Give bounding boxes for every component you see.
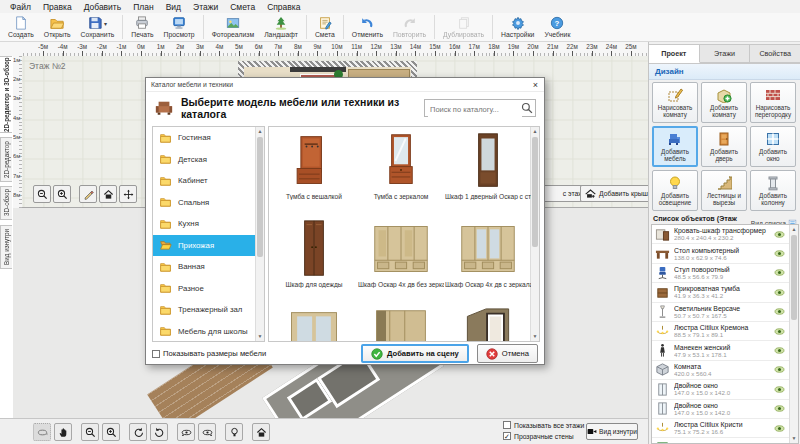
visibility-eye-icon[interactable] bbox=[774, 230, 785, 239]
object-row[interactable]: Кровать-шкаф трансформер280.4 x 240.4 x … bbox=[652, 225, 798, 244]
zoom-out-tool-button[interactable] bbox=[81, 423, 99, 441]
toolbar-button-tutorial[interactable]: ?Учебник bbox=[539, 14, 575, 41]
bulb-tool-button[interactable] bbox=[225, 423, 243, 441]
object-row[interactable]: Стул поворотный48.5 x 56.6 x 79.9 bbox=[652, 264, 798, 283]
category-item[interactable]: Разное bbox=[153, 278, 257, 300]
view-tab[interactable]: 2D-редактор bbox=[0, 137, 12, 182]
add-roof-button[interactable]: Добавить крышу bbox=[580, 185, 648, 202]
catalog-item[interactable]: Шкаф для одежды bbox=[271, 219, 357, 288]
object-row[interactable]: Манекен женский47.9 x 53.1 x 178.1 bbox=[652, 341, 798, 360]
toolbar-button-landscape[interactable]: Ландшафт bbox=[259, 14, 303, 41]
visibility-eye-icon[interactable] bbox=[774, 424, 785, 433]
scroll-down-arrow[interactable]: ▼ bbox=[531, 332, 539, 341]
menu-item[interactable]: Правка bbox=[37, 2, 78, 12]
catalog-item[interactable]: Шкаф Оскар 4х дв без зеркала bbox=[358, 219, 444, 288]
object-row[interactable]: Прикроватная тумба41.9 x 36.3 x 41.2 bbox=[652, 283, 798, 302]
category-item[interactable]: Кабинет bbox=[153, 170, 257, 192]
transparent-walls-checkbox[interactable]: ✓ bbox=[503, 432, 511, 440]
hand-tool-button[interactable] bbox=[54, 423, 72, 441]
add-to-scene-button[interactable]: Добавить на сцену bbox=[361, 344, 469, 363]
visibility-eye-icon[interactable] bbox=[774, 404, 785, 413]
object-row[interactable]: Фикус bbox=[652, 438, 798, 444]
menu-item[interactable]: Смета bbox=[224, 2, 261, 12]
catalog-item[interactable]: Шкаф 1 дверный Оскар с сте... bbox=[445, 131, 531, 200]
scroll-up-arrow[interactable]: ▲ bbox=[531, 127, 539, 136]
menu-item[interactable]: Добавить bbox=[78, 2, 128, 12]
zoom-out-tool-button[interactable] bbox=[33, 185, 51, 203]
category-item[interactable]: Мебель для школы bbox=[153, 321, 257, 343]
objects-scrollbar[interactable]: ▲ ▼ bbox=[789, 225, 798, 443]
design-button-lighting[interactable]: Добавить освещение bbox=[652, 170, 698, 211]
visibility-eye-icon[interactable] bbox=[774, 385, 785, 394]
rotate-right-tool-button[interactable] bbox=[150, 423, 168, 441]
toolbar-button-save[interactable]: ▾Сохранить bbox=[76, 14, 120, 41]
toolbar-button-undo[interactable]: Отменить bbox=[347, 14, 388, 41]
catalog-item[interactable] bbox=[445, 307, 531, 342]
object-row[interactable]: Двойное окно147.0 x 15.0 x 142.0 bbox=[652, 380, 798, 399]
design-button-draw-room[interactable]: Нарисовать комнату bbox=[652, 82, 698, 123]
menu-item[interactable]: План bbox=[127, 2, 160, 12]
show-sizes-checkbox[interactable] bbox=[152, 350, 160, 358]
toolbar-button-new-file[interactable]: Создать bbox=[3, 14, 39, 41]
chevron-down-icon[interactable]: ▾ bbox=[104, 20, 107, 27]
items-scrollbar[interactable]: ▲ ▼ bbox=[530, 127, 539, 341]
show-all-floors-option[interactable]: Показывать все этажи bbox=[503, 421, 584, 429]
show-sizes-option[interactable]: Показывать размеры мебели bbox=[152, 349, 353, 358]
search-icon[interactable] bbox=[521, 102, 533, 114]
view-tab[interactable]: 2D-редактор и 3D-обзор bbox=[0, 56, 12, 133]
orbit-right-tool-button[interactable] bbox=[198, 423, 216, 441]
category-item[interactable]: Спальня bbox=[153, 192, 257, 214]
home-tool-button[interactable] bbox=[99, 185, 117, 203]
visibility-eye-icon[interactable] bbox=[774, 249, 785, 258]
view-tab[interactable]: 3D-обзор bbox=[0, 186, 12, 220]
design-button-stairs[interactable]: Лестницы и вырезы bbox=[701, 170, 747, 211]
zoom-in-tool-button[interactable] bbox=[53, 185, 71, 203]
transparent-walls-option[interactable]: ✓ Прозрачные стены bbox=[503, 432, 574, 440]
view-inside-button[interactable]: Вид изнутри bbox=[586, 423, 638, 440]
toolbar-button-estimate[interactable]: Смета bbox=[310, 14, 340, 41]
home-tool-button[interactable] bbox=[252, 423, 270, 441]
scroll-thumb[interactable] bbox=[791, 235, 797, 320]
view-tab[interactable]: Вид изнутри bbox=[0, 225, 12, 269]
category-item[interactable]: Кухня bbox=[153, 213, 257, 235]
scroll-down-arrow[interactable]: ▼ bbox=[256, 332, 264, 341]
toolbar-button-print[interactable]: Печать bbox=[126, 14, 158, 41]
dialog-title-bar[interactable]: Каталог мебели и техники × bbox=[146, 78, 544, 92]
category-scrollbar[interactable]: ▲ ▼ bbox=[255, 127, 264, 341]
design-button-draw-partition[interactable]: Нарисовать перегородку bbox=[750, 82, 796, 123]
design-button-furniture[interactable]: Добавить мебель bbox=[652, 126, 698, 167]
close-icon[interactable]: × bbox=[527, 80, 544, 90]
category-item[interactable]: Детская bbox=[153, 149, 257, 171]
search-input[interactable] bbox=[428, 101, 522, 117]
toolbar-button-settings[interactable]: Настройки bbox=[496, 14, 539, 41]
catalog-item[interactable]: Шкаф Оскар 4х дв с зеркалами bbox=[445, 219, 531, 288]
measure-tool-button[interactable] bbox=[79, 185, 97, 203]
visibility-eye-icon[interactable] bbox=[774, 327, 785, 336]
object-row[interactable]: Комната420.0 x 560.4 bbox=[652, 361, 798, 380]
menu-item[interactable]: Этажи bbox=[187, 2, 224, 12]
scroll-thumb[interactable] bbox=[257, 137, 263, 257]
panel-tab-этажи[interactable]: Этажи bbox=[700, 44, 751, 63]
toolbar-button-photoreal[interactable]: Фотореализм bbox=[207, 14, 260, 41]
design-button-add-room[interactable]: Добавить комнату bbox=[701, 82, 747, 123]
toolbar-button-open-folder[interactable]: Открыть bbox=[39, 14, 76, 41]
panel-tab-свойства[interactable]: Свойства bbox=[750, 44, 800, 63]
menu-item[interactable]: Файл bbox=[4, 2, 37, 12]
category-item[interactable]: Тренажерный зал bbox=[153, 299, 257, 321]
visibility-eye-icon[interactable] bbox=[774, 288, 785, 297]
menu-item[interactable]: Справка bbox=[261, 2, 306, 12]
show-all-floors-checkbox[interactable] bbox=[503, 421, 511, 429]
design-button-window[interactable]: Добавить окно bbox=[750, 126, 796, 167]
cancel-button[interactable]: Отмена bbox=[477, 344, 538, 363]
scroll-down-arrow[interactable]: ▼ bbox=[790, 434, 798, 443]
tool-360-tool-button[interactable] bbox=[33, 423, 51, 441]
catalog-item[interactable] bbox=[271, 307, 357, 342]
object-row[interactable]: Люстра Citilux Кристи75.1 x 75.2 x 16.6 bbox=[652, 419, 798, 438]
orbit-left-tool-button[interactable] bbox=[177, 423, 195, 441]
visibility-eye-icon[interactable] bbox=[774, 307, 785, 316]
menu-item[interactable]: Вид bbox=[160, 2, 187, 12]
design-button-door[interactable]: Добавить дверь bbox=[701, 126, 747, 167]
catalog-item[interactable]: Тумба с зеркалом bbox=[358, 131, 444, 200]
toolbar-button-preview[interactable]: Просмотр bbox=[159, 14, 200, 41]
object-row[interactable]: Двойное окно147.0 x 15.0 x 142.0 bbox=[652, 400, 798, 419]
